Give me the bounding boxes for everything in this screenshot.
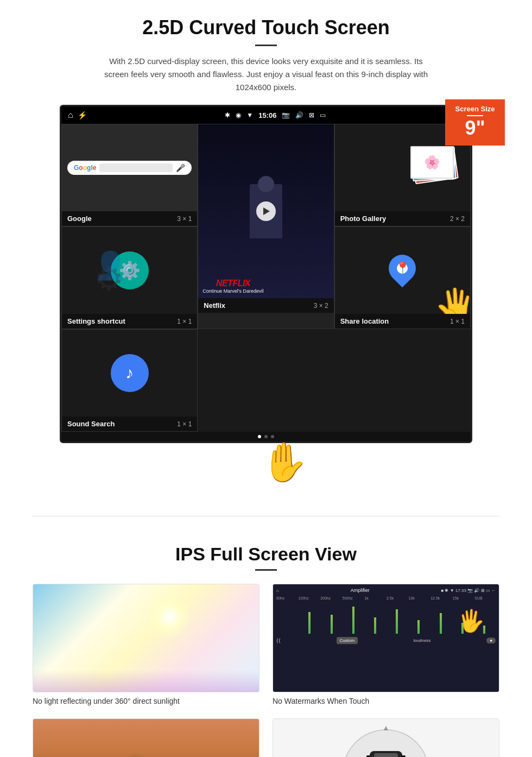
amp-toggle[interactable]: ● <box>486 638 496 644</box>
wifi-icon: ▼ <box>246 111 253 119</box>
screen-size-badge: Screen Size 9" <box>445 99 505 146</box>
maps-app-size: 1 × 1 <box>450 318 465 325</box>
app-cell-maps[interactable]: 📍 🖐 Share location 1 × 1 <box>334 226 471 329</box>
amp-status: ■ ✱ ▼ 17:33 📷 🔊 ⊠ ▭ ← <box>441 588 496 593</box>
eq-bar-group-5 <box>365 617 385 634</box>
netflix-play-button[interactable] <box>256 201 276 221</box>
sunlight-visual <box>33 584 259 692</box>
maps-cell-content: 📍 🖐 <box>335 227 470 314</box>
amp-loudness-label: loudness <box>414 638 431 643</box>
location-icon: ◉ <box>236 111 241 119</box>
eq-bar-group-3 <box>321 615 341 634</box>
amp-custom-btn[interactable]: Custom <box>337 637 358 644</box>
badge-divider <box>467 115 483 116</box>
netflix-label-row: Netflix 3 × 2 <box>198 298 333 313</box>
netflix-info: NETFLIX Continue Marvel's Daredevil <box>202 279 263 294</box>
amp-home-icon: ⌂ <box>276 588 279 593</box>
amplifier-image: ⌂ Amplifier ■ ✱ ▼ 17:33 📷 🔊 ⊠ ▭ ← 60hz10… <box>273 584 499 692</box>
camera-icon: 📷 <box>282 111 290 119</box>
settings-app-name: Settings shortcut <box>67 317 125 325</box>
dot-3 <box>271 435 274 438</box>
hand-pointer-container: ✋ <box>33 440 499 483</box>
hand-pointer: ✋ <box>261 440 308 483</box>
google-mic-icon[interactable]: 🎤 <box>176 163 185 172</box>
sound-app-size: 1 × 1 <box>177 420 192 428</box>
google-app-name: Google <box>67 215 92 223</box>
app-cell-settings[interactable]: ⚙ 👤 ⚙️ Settings shortcut 1 × 1 <box>61 226 198 329</box>
amplifier-label: No Watermarks When Touch <box>273 697 499 705</box>
section1-title: 2.5D Curved Touch Screen <box>33 16 499 39</box>
app-cell-sound[interactable]: ♪ Sound Search 1 × 1 <box>61 329 198 432</box>
eq-bar-group-4 <box>343 607 364 634</box>
car-view-circle <box>343 729 429 757</box>
feature-car: ▲ Large Viewing Angle <box>273 718 499 757</box>
amp-title: Amplifier <box>351 588 370 593</box>
maps-app-name: Share location <box>340 317 389 325</box>
amp-freq-labels: 60hz100hz200hz500hz 1k2.5k10k12.5k 15kSU… <box>276 595 496 601</box>
car-image: ▲ <box>273 718 499 757</box>
settings-app-size: 1 × 1 <box>177 318 192 325</box>
netflix-logo: NETFLIX <box>202 279 263 288</box>
volume-icon: 🔊 <box>295 111 303 119</box>
sunlight-image <box>33 584 259 692</box>
section-curved-touch: 2.5D Curved Touch Screen With 2.5D curve… <box>0 0 532 494</box>
eq-bar-8 <box>440 613 442 634</box>
sound-label-row: Sound Search 1 × 1 <box>62 417 197 431</box>
netflix-app-name: Netflix <box>204 301 225 310</box>
section1-description: With 2.5D curved-display screen, this de… <box>103 55 429 94</box>
badge-size-text: 9" <box>465 117 485 139</box>
netflix-subtitle: Continue Marvel's Daredevil <box>202 288 263 294</box>
settings-cell-content: ⚙ 👤 ⚙️ <box>62 227 197 314</box>
cheetah-emoji: 🐆 <box>119 747 173 757</box>
device-mockup: Screen Size 9" ⌂ ⚡ ✱ ◉ ▼ 15:06 📷 🔊 ⊠ <box>60 105 472 443</box>
eq-bar-group-2 <box>299 612 320 634</box>
hand-touch-icon: 🖐 <box>458 608 485 634</box>
amp-header: ⌂ Amplifier ■ ✱ ▼ 17:33 📷 🔊 ⊠ ▭ ← <box>276 588 496 593</box>
google-app-size: 3 × 1 <box>177 215 192 223</box>
status-time: 15:06 <box>258 111 276 119</box>
eq-bar-7 <box>417 620 420 634</box>
eq-bar-2 <box>308 612 311 634</box>
amp-footer: ⟨⟨ Custom loudness ● <box>276 637 496 644</box>
google-search-input-bar <box>99 163 173 172</box>
google-cell-content: Google 🎤 <box>62 124 197 211</box>
cheetah-visual: 🐆 <box>33 719 259 757</box>
google-label-row: Google 3 × 1 <box>62 211 197 226</box>
sound-search-icon: ♪ <box>111 354 149 392</box>
dot-2 <box>264 435 268 438</box>
eq-bar-6 <box>396 609 398 634</box>
play-triangle <box>263 207 270 215</box>
car-visual: ▲ <box>273 719 499 757</box>
section2-divider <box>255 569 277 571</box>
feature-grid: No light reflecting under 360° direct su… <box>33 584 499 757</box>
netflix-cell-content: NETFLIX Continue Marvel's Daredevil <box>198 124 333 298</box>
google-logo: Google <box>74 164 96 172</box>
home-icon[interactable]: ⌂ <box>68 110 73 120</box>
eq-bar-5 <box>374 617 376 634</box>
section2-title: IPS Full Screen View <box>33 544 499 565</box>
app-grid: Google 🎤 Google 3 × 1 <box>61 124 471 432</box>
app-cell-google[interactable]: Google 🎤 Google 3 × 1 <box>61 124 198 226</box>
car-top-svg <box>364 740 408 757</box>
google-search-bar[interactable]: Google 🎤 <box>67 161 192 175</box>
bluetooth-icon: ✱ <box>225 111 230 119</box>
status-bar: ⌂ ⚡ ✱ ◉ ▼ 15:06 📷 🔊 ⊠ ▭ <box>61 106 471 124</box>
eq-bar-group-8 <box>430 613 451 634</box>
head-unit-screen: ⌂ ⚡ ✱ ◉ ▼ 15:06 📷 🔊 ⊠ ▭ <box>60 105 472 443</box>
close-icon[interactable]: ⊠ <box>309 111 314 119</box>
eq-bar-3 <box>331 615 333 634</box>
window-icon[interactable]: ▭ <box>320 111 326 119</box>
status-left: ⌂ ⚡ <box>68 110 87 120</box>
settings-label-row: Settings shortcut 1 × 1 <box>62 314 197 329</box>
app-cell-netflix[interactable]: NETFLIX Continue Marvel's Daredevil Netf… <box>198 124 334 329</box>
photos-app-size: 2 × 2 <box>450 215 465 223</box>
status-center: ✱ ◉ ▼ 15:06 📷 🔊 ⊠ ▭ <box>225 111 326 119</box>
feature-sunlight: No light reflecting under 360° direct su… <box>33 584 259 705</box>
photos-app-name: Photo Gallery <box>340 215 387 223</box>
feature-cheetah: 🐆 Super Fast Response <box>33 718 259 757</box>
usb-icon: ⚡ <box>78 111 87 119</box>
amp-back-icon: ⟨⟨ <box>276 638 281 644</box>
amplifier-visual: ⌂ Amplifier ■ ✱ ▼ 17:33 📷 🔊 ⊠ ▭ ← 60hz10… <box>273 584 499 692</box>
section-ips-view: IPS Full Screen View No light reflecting… <box>0 538 532 757</box>
netflix-app-size: 3 × 2 <box>314 302 328 310</box>
